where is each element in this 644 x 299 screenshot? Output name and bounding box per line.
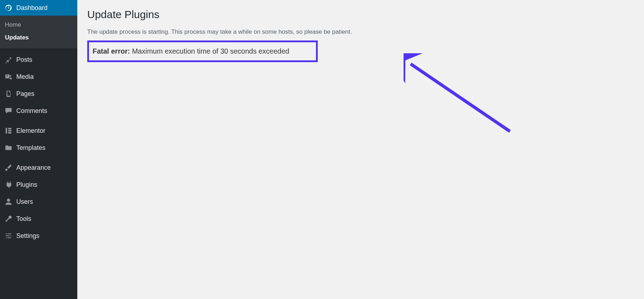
pin-icon bbox=[4, 55, 13, 64]
sidebar-item-label: Posts bbox=[16, 56, 32, 64]
sidebar-item-tools[interactable]: Tools bbox=[0, 210, 77, 227]
sidebar-item-users[interactable]: Users bbox=[0, 193, 77, 210]
admin-sidebar: Dashboard Home Updates Posts Media Pages… bbox=[0, 0, 77, 299]
svg-rect-0 bbox=[6, 128, 7, 134]
main-content: Update Plugins The update process is sta… bbox=[77, 0, 644, 299]
svg-rect-1 bbox=[8, 128, 11, 129]
annotation-arrow bbox=[404, 53, 517, 146]
brush-icon bbox=[4, 163, 13, 172]
svg-line-5 bbox=[411, 64, 510, 131]
sidebar-item-label: Templates bbox=[16, 144, 45, 152]
sidebar-item-label: Elementor bbox=[16, 127, 45, 135]
sidebar-separator bbox=[0, 119, 77, 122]
sidebar-item-pages[interactable]: Pages bbox=[0, 85, 77, 102]
sidebar-item-settings[interactable]: Settings bbox=[0, 227, 77, 244]
svg-rect-3 bbox=[8, 132, 11, 134]
sidebar-separator bbox=[0, 48, 77, 51]
sidebar-item-media[interactable]: Media bbox=[0, 68, 77, 85]
media-icon bbox=[4, 72, 13, 81]
svg-rect-2 bbox=[8, 130, 11, 131]
sidebar-item-label: Plugins bbox=[16, 181, 37, 189]
sidebar-separator bbox=[0, 156, 77, 159]
sidebar-item-appearance[interactable]: Appearance bbox=[0, 159, 77, 176]
error-message: Maximum execution time of 30 seconds exc… bbox=[130, 47, 289, 55]
sidebar-item-comments[interactable]: Comments bbox=[0, 102, 77, 119]
error-label: Fatal error: bbox=[93, 47, 130, 55]
error-highlight-box: Fatal error: Maximum execution time of 3… bbox=[87, 40, 318, 62]
sidebar-item-elementor[interactable]: Elementor bbox=[0, 122, 77, 139]
page-subtext: The update process is starting. This pro… bbox=[87, 28, 634, 36]
pages-icon bbox=[4, 89, 13, 98]
sidebar-item-label: Tools bbox=[16, 215, 31, 223]
sidebar-item-posts[interactable]: Posts bbox=[0, 51, 77, 68]
comments-icon bbox=[4, 107, 13, 115]
sliders-icon bbox=[4, 232, 13, 240]
sidebar-submenu: Home Updates bbox=[0, 16, 77, 48]
sidebar-item-label: Comments bbox=[16, 107, 47, 115]
user-icon bbox=[4, 197, 13, 206]
sidebar-item-plugins[interactable]: Plugins bbox=[0, 176, 77, 193]
svg-point-4 bbox=[7, 199, 10, 202]
sidebar-item-label: Pages bbox=[16, 90, 34, 98]
page-title: Update Plugins bbox=[87, 9, 634, 21]
sidebar-item-templates[interactable]: Templates bbox=[0, 139, 77, 156]
sidebar-sub-updates[interactable]: Updates bbox=[0, 31, 77, 44]
elementor-icon bbox=[4, 126, 13, 135]
sidebar-item-label: Appearance bbox=[16, 164, 51, 172]
sidebar-item-dashboard[interactable]: Dashboard bbox=[0, 0, 77, 16]
wrench-icon bbox=[4, 214, 13, 223]
sidebar-item-label: Settings bbox=[16, 232, 39, 240]
sidebar-item-label: Media bbox=[16, 73, 34, 81]
folder-icon bbox=[4, 143, 13, 152]
sidebar-item-label: Users bbox=[16, 198, 33, 206]
sidebar-item-label: Dashboard bbox=[16, 4, 48, 12]
plug-icon bbox=[4, 180, 13, 189]
sidebar-sub-home[interactable]: Home bbox=[0, 18, 77, 31]
dashboard-icon bbox=[4, 4, 13, 12]
